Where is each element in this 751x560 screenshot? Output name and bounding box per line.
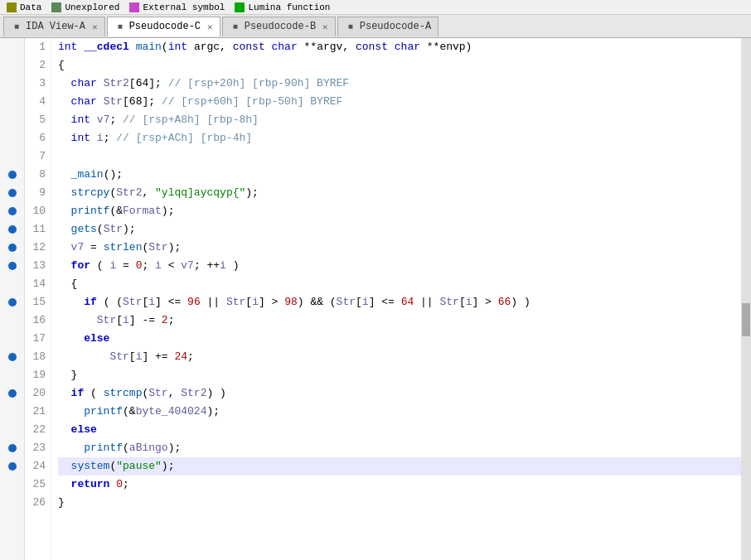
- gutter-9[interactable]: [0, 184, 24, 202]
- code-line-19: }: [58, 366, 741, 384]
- code-line-13: for ( i = 0; i < v7; ++i ): [58, 257, 741, 275]
- gutter-21: [0, 403, 24, 421]
- breakpoint-13: [8, 262, 17, 270]
- legend-unexplored: Unexplored: [51, 2, 119, 12]
- legend-bar: Data Unexplored External symbol Lumina f…: [0, 0, 751, 15]
- code-line-17: else: [58, 330, 741, 348]
- tab-pseudocode-b-close[interactable]: ✕: [322, 22, 328, 32]
- legend-external-color: [129, 2, 139, 12]
- code-line-4: char Str[68]; // [rsp+60h] [rbp-50h] BYR…: [58, 93, 741, 111]
- code-line-26: }: [58, 494, 741, 512]
- breakpoint-8: [8, 171, 17, 179]
- code-line-3: char Str2[64]; // [rsp+20h] [rbp-90h] BY…: [58, 75, 741, 93]
- line-num-6: 6: [25, 129, 46, 147]
- breakpoint-9: [8, 189, 17, 197]
- line-num-25: 25: [25, 476, 46, 494]
- legend-external-label: External symbol: [143, 2, 225, 12]
- gutter-13[interactable]: [0, 257, 24, 275]
- code-line-8: _main();: [58, 166, 741, 184]
- tab-pseudocode-c-label: Pseudocode-C: [129, 21, 201, 32]
- tab-pseudocode-b-icon: ■: [230, 21, 241, 32]
- line-numbers: 1 2 3 4 5 6 7 8 9 10 11 12 13 14 15 16 1…: [25, 38, 51, 560]
- code-content: int __cdecl main(int argc, const char **…: [51, 38, 741, 560]
- scrollbar-thumb[interactable]: [742, 303, 750, 336]
- gutter-14: [0, 275, 24, 293]
- code-line-6: int i; // [rsp+ACh] [rbp-4h]: [58, 129, 741, 147]
- tab-pseudocode-b[interactable]: ■ Pseudocode-B ✕: [222, 17, 336, 36]
- gutter-5: [0, 111, 24, 129]
- code-line-22: else: [58, 421, 741, 439]
- code-line-2: {: [58, 56, 741, 75]
- code-line-12: v7 = strlen(Str);: [58, 239, 741, 257]
- breakpoint-18: [8, 353, 17, 361]
- gutter-20[interactable]: [0, 384, 24, 403]
- line-num-16: 16: [25, 311, 46, 330]
- legend-data-label: Data: [20, 2, 41, 12]
- line-num-4: 4: [25, 93, 46, 111]
- line-num-8: 8: [25, 166, 46, 184]
- gutter-18[interactable]: [0, 348, 24, 366]
- scrollbar-track[interactable]: [741, 38, 751, 560]
- gutter-15[interactable]: [0, 293, 24, 311]
- code-line-11: gets(Str);: [58, 220, 741, 239]
- tab-pseudocode-a[interactable]: ■ Pseudocode-A: [337, 17, 438, 36]
- tab-pseudocode-b-label: Pseudocode-B: [245, 21, 316, 32]
- line-num-21: 21: [25, 403, 46, 421]
- legend-lumina-color: [235, 2, 245, 12]
- line-num-18: 18: [25, 348, 46, 366]
- code-line-24: system("pause");: [58, 457, 741, 476]
- legend-unexplored-label: Unexplored: [65, 2, 119, 12]
- gutter-12[interactable]: [0, 239, 24, 257]
- tab-pseudocode-c-close[interactable]: ✕: [207, 22, 213, 32]
- gutter-23[interactable]: [0, 439, 24, 457]
- line-num-14: 14: [25, 275, 46, 293]
- line-num-26: 26: [25, 494, 46, 512]
- line-num-24: 24: [25, 457, 46, 476]
- breakpoint-24: [8, 462, 17, 471]
- gutter-8[interactable]: [0, 166, 24, 184]
- code-line-7: [58, 147, 741, 166]
- line-num-19: 19: [25, 366, 46, 384]
- tab-ida-view-a-close[interactable]: ✕: [92, 22, 98, 32]
- gutter-1: [0, 38, 24, 56]
- legend-lumina: Lumina function: [235, 2, 330, 12]
- line-num-15: 15: [25, 293, 46, 311]
- tab-pseudocode-c-icon: ■: [114, 21, 126, 32]
- gutter-24[interactable]: [0, 457, 24, 476]
- code-line-5: int v7; // [rsp+A8h] [rbp-8h]: [58, 111, 741, 129]
- gutter-19: [0, 366, 24, 384]
- breakpoint-15: [8, 298, 17, 307]
- legend-external: External symbol: [129, 2, 225, 12]
- breakpoint-11: [8, 225, 17, 234]
- code-line-16: Str[i] -= 2;: [58, 311, 741, 330]
- legend-lumina-label: Lumina function: [248, 2, 330, 12]
- legend-unexplored-color: [51, 2, 61, 12]
- breakpoint-gutter: [0, 38, 25, 560]
- gutter-11[interactable]: [0, 220, 24, 239]
- breakpoint-12: [8, 244, 17, 252]
- line-num-1: 1: [25, 38, 46, 56]
- code-line-1: int __cdecl main(int argc, const char **…: [58, 38, 741, 56]
- code-line-14: {: [58, 275, 741, 293]
- line-num-2: 2: [25, 56, 46, 75]
- code-line-10: printf(&Format);: [58, 202, 741, 220]
- gutter-3: [0, 75, 24, 93]
- breakpoint-20: [8, 389, 17, 398]
- code-line-9: strcpy(Str2, "ylqq]aycqyp{");: [58, 184, 741, 202]
- tab-ida-view-a[interactable]: ■ IDA View-A ✕: [3, 17, 105, 36]
- gutter-6: [0, 129, 24, 147]
- line-num-23: 23: [25, 439, 46, 457]
- code-line-18: Str[i] += 24;: [58, 348, 741, 366]
- code-line-20: if ( strcmp(Str, Str2) ): [58, 384, 741, 403]
- gutter-10[interactable]: [0, 202, 24, 220]
- gutter-22: [0, 421, 24, 439]
- tab-pseudocode-c[interactable]: ■ Pseudocode-C ✕: [107, 17, 220, 36]
- legend-data-color: [7, 2, 17, 12]
- line-num-9: 9: [25, 184, 46, 202]
- line-num-10: 10: [25, 202, 46, 220]
- line-num-11: 11: [25, 220, 46, 239]
- tab-ida-view-a-label: IDA View-A: [26, 21, 85, 32]
- code-line-21: printf(&byte_404024);: [58, 403, 741, 421]
- code-line-23: printf(aBingo);: [58, 439, 741, 457]
- gutter-2: [0, 56, 24, 75]
